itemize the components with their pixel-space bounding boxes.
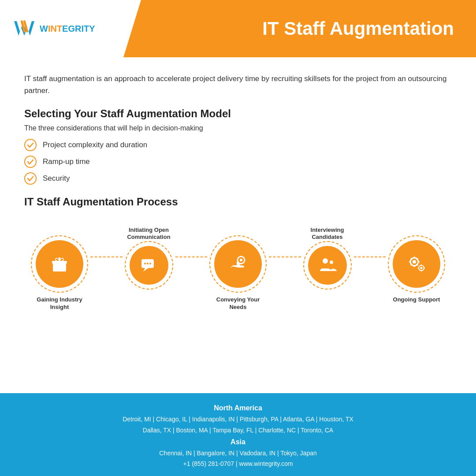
svg-point-4: [25, 156, 36, 167]
svg-point-30: [413, 260, 416, 264]
main-content: IT staff augmentation is an approach to …: [0, 57, 476, 325]
footer-region2: Asia: [18, 438, 458, 446]
header: WINTEGRITY IT Staff Augmentation: [0, 0, 476, 57]
connector-2: [175, 257, 208, 257]
footer-region1: North America: [18, 404, 458, 412]
circle-gaining: [31, 235, 88, 293]
footer-contact: +1 (855) 281-0707 | www.wintegrity.com: [18, 460, 458, 467]
footer-cities2: Chennai, IN | Bangalore, IN | Vadodara, …: [18, 448, 458, 458]
process-node-2: Initiating Open Communication: [123, 224, 175, 306]
interview-icon: [316, 254, 338, 276]
svg-point-14: [147, 263, 149, 264]
check-icon: [24, 139, 37, 151]
svg-marker-12: [143, 268, 149, 271]
svg-point-13: [144, 263, 146, 264]
process-node-4: Interviewing Candidates: [301, 224, 354, 306]
svg-point-17: [240, 259, 242, 261]
svg-line-22: [238, 257, 239, 258]
process-node-1: Gaining Industry Insight: [29, 219, 90, 312]
footer-cities1-line2: Dallas, TX | Boston, MA | Tampa Bay, FL …: [18, 425, 458, 435]
svg-line-23: [243, 262, 244, 263]
process-diagram: Gaining Industry Insight Initiating Open…: [24, 217, 452, 314]
section1-title: Selecting Your Staff Augmentation Model: [24, 108, 452, 120]
svg-rect-8: [60, 263, 64, 271]
process-node-5: Ongoing Support: [386, 219, 447, 312]
chat-icon: [139, 256, 159, 275]
connector-1: [90, 257, 123, 257]
svg-point-5: [25, 173, 36, 184]
industry-icon: [48, 253, 71, 275]
process-node-3: Conveying Your Needs: [207, 219, 269, 312]
needs-icon: [226, 252, 250, 276]
page-title: IT Staff Augmentation: [262, 18, 454, 39]
circle-conveying: [209, 235, 267, 293]
svg-point-26: [323, 258, 328, 264]
svg-point-40: [420, 267, 422, 269]
support-icon: [405, 252, 429, 276]
label-initiating: Initiating Open Communication: [123, 227, 175, 242]
footer: North America Detroit, MI | Chicago, IL …: [0, 393, 476, 476]
checklist: Project complexity and duration Ramp-up …: [24, 139, 452, 185]
label-conveying: Conveying Your Needs: [207, 296, 269, 312]
svg-line-24: [243, 257, 244, 258]
svg-rect-10: [59, 257, 60, 271]
list-item: Project complexity and duration: [24, 139, 452, 151]
connector-3: [269, 257, 301, 257]
list-item: Security: [24, 172, 452, 185]
check-icon: [24, 172, 37, 185]
svg-point-27: [330, 260, 333, 264]
svg-rect-28: [322, 268, 329, 268]
logo-area: WINTEGRITY: [0, 0, 123, 57]
label-ongoing: Ongoing Support: [393, 296, 440, 312]
check-icon: [24, 156, 37, 168]
company-name: WINTEGRITY: [40, 24, 95, 34]
label-gaining: Gaining Industry Insight: [29, 296, 90, 312]
intro-text: IT staff augmentation is an approach to …: [24, 73, 452, 97]
circle-initiating: [125, 241, 173, 290]
list-item: Ramp-up time: [24, 156, 452, 168]
svg-line-25: [238, 262, 239, 263]
circle-interviewing: [303, 241, 352, 290]
svg-point-3: [25, 139, 36, 151]
logo-icon: [13, 19, 35, 39]
circle-ongoing: [388, 235, 445, 293]
connector-4: [354, 257, 386, 257]
svg-point-15: [149, 263, 151, 264]
label-interviewing: Interviewing Candidates: [301, 227, 354, 242]
header-title-area: IT Staff Augmentation: [123, 0, 476, 57]
section1-subtitle: The three considerations that will help …: [24, 124, 452, 132]
svg-rect-7: [55, 263, 59, 271]
footer-cities1-line1: Detroit, MI | Chicago, IL | Indianapolis…: [18, 414, 458, 424]
section2-title: IT Staff Augmentation Process: [24, 196, 452, 208]
